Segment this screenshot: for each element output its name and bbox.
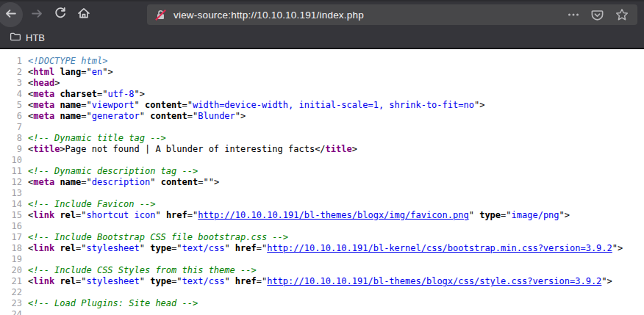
source-token-def: " [224,276,235,286]
line-number: 4 [0,89,22,100]
source-token-def: "> [235,111,246,121]
source-token-def: > [352,144,357,154]
source-link[interactable]: http://10.10.10.191/bl-kernel/css/bootst… [267,243,612,253]
home-icon [77,7,90,23]
source-line: 5<meta name="viewport" content="width=de… [0,100,644,111]
source-token-attr: content [145,100,182,110]
source-token-attr: rel [60,276,76,286]
source-token-def: =" [501,210,511,220]
source-token-val: viewport [92,100,135,110]
source-token-def: =" [81,100,91,110]
bookmark-star-icon[interactable] [615,8,629,21]
source-token-tag: html [33,67,54,77]
source-token-def: " [155,210,165,220]
source-line: 24 [0,309,644,315]
source-token-tag: meta [33,100,54,110]
source-token-val: shortcut icon [87,210,156,220]
bookmarks-toolbar: HTB [0,28,644,49]
url-text[interactable]: view-source:http://10.10.10.191/index.ph… [173,10,557,21]
line-number: 8 [0,133,22,144]
source-token-def: =" [187,210,198,220]
source-token-tag: link [33,276,54,286]
source-token-attr: type [150,276,171,286]
source-token-def: =" [187,111,198,121]
insecure-lock-icon[interactable] [154,9,167,21]
source-line: 13 [0,188,644,199]
forward-button[interactable] [26,2,47,27]
line-number: 22 [0,287,22,298]
source-token-def: >Page not found | A blunder of interesti… [60,144,315,154]
pocket-icon[interactable] [590,8,604,22]
source-token-tag: meta [33,89,54,99]
forward-arrow-icon [31,7,43,23]
source-token-comment: <!-- Load Plugins: Site head --> [28,298,198,308]
source-token-comment: <!-- Include Favicon --> [28,199,155,209]
source-token-tag: head [33,78,54,88]
source-token-def: =" [81,67,91,77]
line-number: 23 [0,298,22,309]
line-number: 9 [0,144,22,155]
source-token-def: " [140,111,150,121]
source-token-val: text/css [182,276,225,286]
source-token-def: "> [601,276,612,286]
line-number: 3 [0,78,22,89]
page-actions-dots-icon[interactable] [568,9,579,21]
source-line: 10 [0,155,644,166]
line-number: 15 [0,210,22,221]
source-token-def: =" [257,243,267,253]
source-token-comment: <!-- Dynamic title tag --> [28,133,166,143]
source-token-def: =" [171,276,182,286]
source-line: 23<!-- Load Plugins: Site head --> [0,298,644,309]
source-token-def: =""> [198,177,219,187]
source-line: 20<!-- Include CSS Styles from this them… [0,265,644,276]
source-line: 3<head> [0,78,644,89]
browser-toolbar: view-source:http://10.10.10.191/index.ph… [0,0,644,28]
folder-icon [10,31,21,46]
source-token-val: Blunder [198,111,235,121]
source-line: 18<link rel="stylesheet" type="text/css"… [0,243,644,254]
source-line: 14<!-- Include Favicon --> [0,199,644,210]
source-token-val: width=device-width, initial-scale=1, shr… [193,100,474,110]
source-token-attr: charset [60,89,97,99]
source-token-def: =" [81,177,91,187]
source-token-attr: name [60,111,81,121]
home-button[interactable] [74,2,94,27]
url-bar[interactable]: view-source:http://10.10.10.191/index.ph… [147,4,637,25]
source-token-tag: meta [33,111,54,121]
source-token-attr: href [166,210,187,220]
source-token-attr: type [479,210,501,220]
source-link[interactable]: http://10.10.10.191/bl-themes/blogx/img/… [198,210,468,220]
source-token-def: =" [76,276,86,286]
source-token-attr: content [150,111,187,121]
source-token-attr: name [60,100,81,110]
source-token-def: =" [257,276,267,286]
bookmark-folder-htb[interactable]: HTB [7,29,48,46]
line-number: 10 [0,155,22,166]
source-token-attr: name [60,177,81,187]
source-token-attr: type [150,243,171,253]
source-token-def: "> [474,100,484,110]
line-number: 2 [0,67,22,78]
line-number: 13 [0,188,22,199]
line-number: 5 [0,100,22,111]
source-line: 16 [0,221,644,232]
source-token-def: " [469,210,479,220]
source-token-val: image/png [512,210,559,220]
source-line: 12<meta name="description" content=""> [0,177,644,188]
source-token-attr: href [235,243,257,253]
source-token-def: =" [171,243,182,253]
reload-button[interactable] [50,2,71,27]
source-token-val: stylesheet [87,276,140,286]
source-token-val: description [92,177,150,187]
source-line: 4<meta charset="utf-8"> [0,89,644,100]
line-number: 11 [0,166,22,177]
line-number: 19 [0,254,22,265]
source-token-def: </ [315,144,325,154]
back-arrow-icon [4,7,17,23]
source-link[interactable]: http://10.10.10.191/bl-themes/blogx/css/… [267,276,601,286]
line-number: 14 [0,199,22,210]
back-button[interactable] [0,2,23,27]
source-token-def: > [54,78,60,88]
source-token-attr: rel [60,243,76,253]
source-line: 2<html lang="en"> [0,67,644,78]
